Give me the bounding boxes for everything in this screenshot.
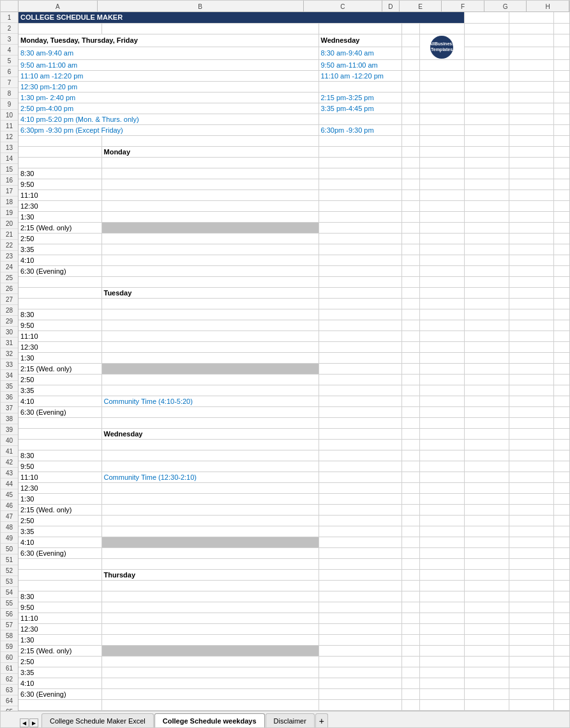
table-row [19,135,569,146]
cell-16a: 9:50 [19,179,101,189]
cell-61e [419,667,464,678]
cell-39g [509,428,553,439]
cell-51c [319,558,401,569]
cell-12c [319,135,401,146]
cell-33h [553,363,569,374]
cell-35e [419,385,464,396]
cell-8d [401,92,419,103]
table-row: Monday, Tuesday, Thursday, Friday Wednes… [19,34,569,47]
cell-38c [319,417,401,428]
table-row: 2:50 [19,374,569,385]
cell-15a: 8:30 [19,168,101,179]
cell-23a: 4:10 [19,255,101,265]
cell-43a: 11:10 [19,472,101,482]
cell-42c [319,461,401,472]
cell-43h [553,472,569,482]
cell-23h [553,255,569,265]
cell-8e [419,92,464,103]
table-row: 9:50 [19,602,569,613]
cell-31h [553,341,569,352]
cell-6g [509,70,553,81]
table-row: 6:30 (Evening) [19,265,569,276]
cell-60f [464,656,509,667]
cell-9d [401,103,419,114]
cell-59f [464,645,509,656]
tab-college-schedule-maker[interactable]: College Schedule Maker Excel [41,713,154,727]
tab-next-button[interactable]: ▶ [29,718,38,727]
row-num-19: 19 [1,207,18,218]
cell-28b [101,309,319,320]
cell-30c [319,331,401,341]
table-row: 8:30 am-9:40 am 8:30 am-9:40 am [19,47,569,59]
cell-5e [419,59,464,70]
table-row: 11:10 Community Time (12:30-2:10) [19,472,569,482]
cell-48g [509,526,553,537]
cell-2f [464,23,509,34]
row-num-55: 55 [1,598,18,609]
cell-1f [464,12,509,23]
cell-20d [401,222,419,233]
cell-44a: 12:30 [19,482,101,493]
cell-53e [419,580,464,591]
cell-21e [419,233,464,244]
row-num-35: 35 [1,381,18,392]
cell-27g [509,298,553,309]
cell-63c [319,688,401,699]
row-num-20: 20 [1,218,18,229]
cell-50a: 6:30 (Evening) [19,547,101,558]
cell-17b [101,189,319,200]
cell-28g [509,309,553,320]
tab-disclaimer[interactable]: Disclaimer [266,713,315,727]
cell-22f [464,244,509,255]
cell-62g [509,678,553,688]
cell-17d [401,189,419,200]
tab-college-schedule-weekdays[interactable]: College Schedule weekdays [154,713,265,727]
row-num-46: 46 [1,500,18,511]
cell-7c [319,81,401,92]
cell-34h [553,374,569,385]
row-num-50: 50 [1,544,18,554]
cell-21c [319,233,401,244]
table-row: 12:30 [19,200,569,211]
cell-58e [419,634,464,645]
grid-content: COLLEGE SCHEDULE MAKER [19,12,569,711]
cell-32e [419,352,464,363]
cell-60a: 2:50 [19,656,101,667]
table-row: 11:10 [19,189,569,200]
add-sheet-button[interactable]: + [315,713,328,727]
cell-58f [464,634,509,645]
cell-38g [509,417,553,428]
row-num-49: 49 [1,533,18,544]
cell-27h [553,298,569,309]
cell-65f [464,710,509,711]
col-header-c: C [304,1,383,12]
cell-37h [553,406,569,417]
cell-19d [401,211,419,222]
cell-20h [553,222,569,233]
cell-3g [509,34,553,47]
table-row [19,699,569,710]
cell-1h [553,12,569,23]
spreadsheet: A B C D E F G H 1 2 3 4 5 6 7 8 9 10 11 … [0,0,570,728]
row-num-12: 12 [1,131,18,142]
row-num-54: 54 [1,587,18,598]
cell-37a: 6:30 (Evening) [19,406,101,417]
table-row: 8:30 [19,309,569,320]
cell-24d [401,265,419,276]
row-num-27: 27 [1,294,18,305]
cell-31d [401,341,419,352]
tab-prev-button[interactable]: ◀ [20,718,29,727]
cell-38b [101,417,319,428]
cell-59a: 2:15 (Wed. only) [19,645,101,656]
cell-2d [401,23,419,34]
cell-50h [553,547,569,558]
cell-13h [553,146,569,157]
cell-43f [464,472,509,482]
cell-17g [509,189,553,200]
cell-7a: 12:30 pm-1:20 pm [19,81,319,92]
table-row: 6:30 (Evening) [19,547,569,558]
row-num-61: 61 [1,663,18,674]
cell-42b [101,461,319,472]
cell-4h [553,47,569,59]
cell-53c [319,580,401,591]
